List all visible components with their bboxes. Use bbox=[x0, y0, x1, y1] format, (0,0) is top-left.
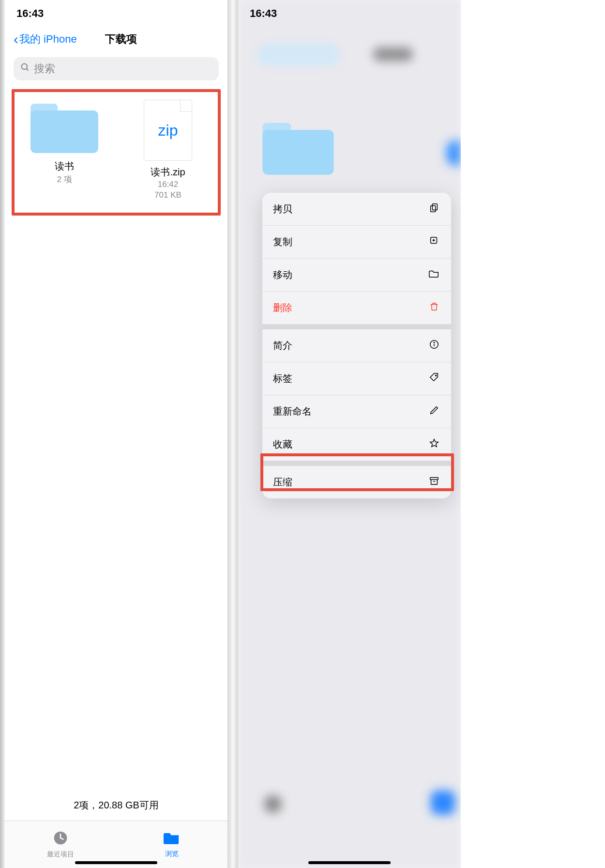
svg-point-0 bbox=[22, 64, 28, 70]
pencil-icon bbox=[428, 405, 440, 418]
menu-label: 拷贝 bbox=[273, 202, 292, 216]
item-meta: 2 项 bbox=[57, 174, 72, 185]
trash-icon bbox=[428, 301, 440, 314]
tab-label: 浏览 bbox=[165, 850, 179, 858]
menu-move[interactable]: 移动 bbox=[262, 259, 451, 292]
menu-separator bbox=[262, 325, 451, 329]
menu-label: 复制 bbox=[273, 235, 292, 248]
svg-rect-4 bbox=[431, 205, 436, 212]
folder-item[interactable]: 读书 2 项 bbox=[17, 100, 111, 200]
info-icon bbox=[428, 339, 440, 352]
menu-label: 标签 bbox=[273, 372, 292, 385]
folder-icon bbox=[263, 119, 334, 175]
files-browse-panel: 16:43 ‹ 我的 iPhone 下载项 搜索 读书 2 项 zip 读书.z… bbox=[5, 0, 227, 868]
footer-status: 2项，20.88 GB可用 bbox=[5, 794, 227, 821]
context-menu-panel: 16:43 拷贝 复制 移动 删除 简介 标签 bbox=[238, 0, 461, 868]
svg-point-11 bbox=[436, 375, 437, 376]
item-name: 读书 bbox=[55, 160, 74, 173]
zip-file-icon: zip bbox=[144, 100, 192, 161]
menu-separator bbox=[262, 461, 451, 466]
status-time: 16:43 bbox=[250, 7, 277, 20]
folder-icon bbox=[30, 100, 98, 153]
page-title: 下载项 bbox=[24, 32, 219, 46]
context-menu: 拷贝 复制 移动 删除 简介 标签 重新命名 收藏 bbox=[262, 193, 451, 498]
home-indicator bbox=[308, 861, 391, 864]
menu-favorite[interactable]: 收藏 bbox=[262, 428, 451, 461]
menu-tags[interactable]: 标签 bbox=[262, 362, 451, 395]
blurred-element bbox=[446, 140, 461, 166]
clock-icon bbox=[53, 830, 68, 848]
item-name: 读书.zip bbox=[151, 166, 185, 179]
svg-rect-12 bbox=[430, 478, 439, 480]
svg-point-10 bbox=[434, 342, 434, 343]
menu-label: 重新命名 bbox=[273, 405, 312, 418]
svg-line-1 bbox=[27, 69, 29, 71]
folder-icon bbox=[428, 268, 440, 281]
menu-info[interactable]: 简介 bbox=[262, 329, 451, 362]
blurred-title bbox=[374, 47, 412, 61]
menu-duplicate[interactable]: 复制 bbox=[262, 226, 451, 259]
search-placeholder: 搜索 bbox=[34, 62, 55, 76]
svg-rect-3 bbox=[432, 204, 437, 210]
zip-label: zip bbox=[158, 122, 178, 140]
blurred-tab-icon bbox=[264, 795, 282, 813]
gutter bbox=[227, 0, 238, 868]
chevron-left-icon: ‹ bbox=[14, 31, 18, 47]
folder-tab-icon bbox=[164, 831, 180, 848]
search-input[interactable]: 搜索 bbox=[14, 57, 219, 80]
menu-copy[interactable]: 拷贝 bbox=[262, 193, 451, 226]
highlight-box: 读书 2 项 zip 读书.zip 16:42 701 KB bbox=[12, 89, 221, 216]
menu-label: 移动 bbox=[273, 268, 292, 281]
menu-delete[interactable]: 删除 bbox=[262, 292, 451, 325]
item-meta: 701 KB bbox=[154, 190, 182, 200]
left-edge bbox=[0, 0, 5, 868]
copy-icon bbox=[428, 202, 440, 216]
status-bar: 16:43 bbox=[238, 0, 461, 27]
search-icon bbox=[20, 62, 30, 75]
status-bar: 16:43 bbox=[5, 0, 227, 27]
blurred-back-button bbox=[257, 44, 340, 66]
menu-label: 简介 bbox=[273, 339, 292, 352]
item-meta: 16:42 bbox=[158, 180, 179, 189]
menu-rename[interactable]: 重新命名 bbox=[262, 395, 451, 428]
duplicate-icon bbox=[428, 235, 440, 248]
star-icon bbox=[428, 438, 440, 451]
file-item[interactable]: zip 读书.zip 16:42 701 KB bbox=[121, 100, 215, 200]
menu-label: 删除 bbox=[273, 301, 292, 314]
archive-icon bbox=[428, 476, 440, 489]
menu-compress[interactable]: 压缩 bbox=[262, 466, 451, 498]
tag-icon bbox=[428, 372, 440, 385]
tab-label: 最近项目 bbox=[47, 850, 74, 859]
blurred-tab-icon bbox=[431, 790, 455, 815]
menu-label: 压缩 bbox=[273, 476, 292, 489]
menu-label: 收藏 bbox=[273, 438, 292, 451]
nav-header: ‹ 我的 iPhone 下载项 bbox=[5, 27, 227, 51]
selected-folder bbox=[264, 120, 332, 178]
status-time: 16:43 bbox=[16, 7, 44, 20]
home-indicator bbox=[75, 861, 157, 864]
